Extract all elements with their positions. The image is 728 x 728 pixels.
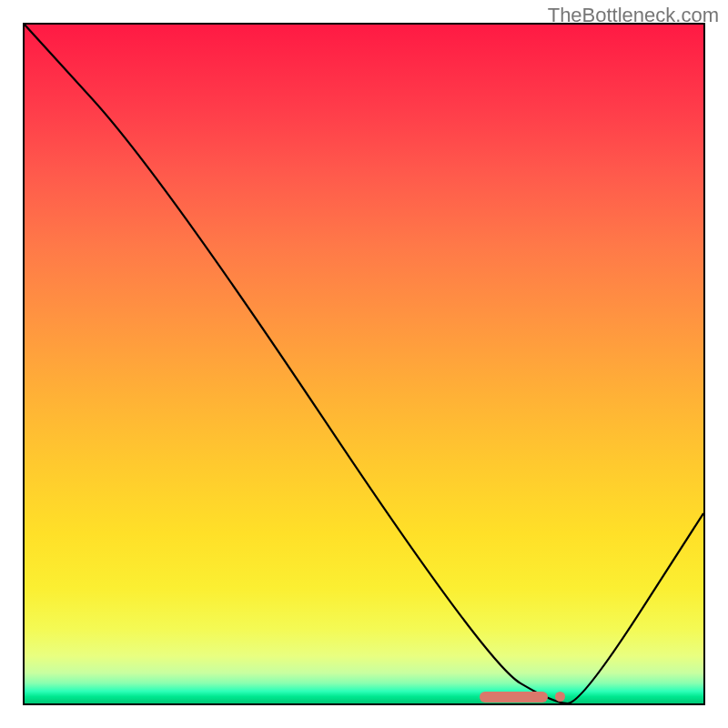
chart-line	[25, 25, 703, 703]
optimal-range-marker	[480, 692, 549, 703]
optimal-point-marker	[555, 692, 565, 702]
watermark-text: TheBottleneck.com	[548, 4, 719, 27]
plot-area	[23, 23, 705, 705]
